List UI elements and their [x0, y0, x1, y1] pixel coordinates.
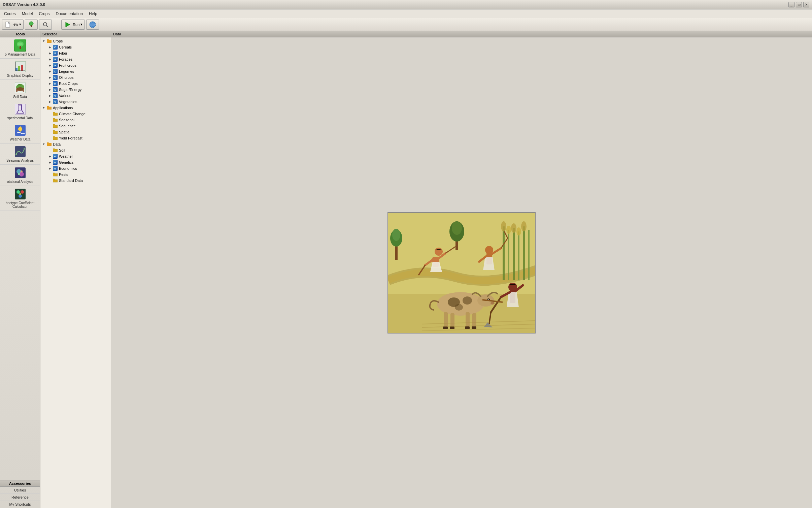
run-button[interactable]: Run ▾	[61, 20, 85, 30]
utilities-item[interactable]: Utilities	[0, 487, 40, 494]
tree-yield-forecast[interactable]: ▶ Yield Forecast	[40, 135, 111, 141]
crops-toggle[interactable]: ▼	[41, 38, 46, 44]
tree-genetics[interactable]: ▶ G Genetics	[40, 159, 111, 165]
menu-codes[interactable]: Codes	[1, 11, 19, 17]
svg-point-85	[490, 302, 495, 305]
new-button[interactable]: ew ▾	[2, 20, 24, 30]
tree-cereals[interactable]: ▶ C Cereals	[40, 44, 111, 50]
tree-applications[interactable]: ▼ Applications	[40, 105, 111, 111]
globe-button[interactable]	[86, 20, 99, 30]
graphical-display-tool[interactable]: Graphical Display	[0, 59, 40, 80]
tree-pests[interactable]: ▶ Pests	[40, 171, 111, 178]
various-toggle[interactable]: ▶	[47, 93, 53, 98]
tree-seasonal[interactable]: ▶ Seasonal	[40, 117, 111, 123]
oil-crops-toggle[interactable]: ▶	[47, 75, 53, 80]
tree-fruit-crops[interactable]: ▶ F Fruit crops	[40, 62, 111, 68]
tree-oil-crops[interactable]: ▶ O Oil crops	[40, 74, 111, 81]
svg-point-45	[19, 193, 21, 195]
yield-forecast-icon	[53, 135, 58, 141]
title-bar: DSSAT Version 4.8.0.0 _ ▭ ✕	[0, 0, 812, 9]
forages-toggle[interactable]: ▶	[47, 57, 53, 62]
menu-crops[interactable]: Crops	[36, 11, 52, 17]
weather-toggle[interactable]: ▶	[47, 154, 53, 159]
pests-label: Pests	[59, 172, 68, 177]
weather-data-tool[interactable]: Weather Data	[0, 122, 40, 144]
data-label: Data	[53, 142, 61, 146]
sugar-energy-label: Sugar/Energy	[59, 88, 81, 92]
tree-data[interactable]: ▼ Data	[40, 141, 111, 147]
seasonal-analysis-tool[interactable]: Seasonal Analysis	[0, 144, 40, 165]
sugar-energy-icon: S	[53, 87, 58, 92]
tree-climate-change[interactable]: ▶ Climate Change	[40, 111, 111, 117]
climate-change-icon	[53, 111, 58, 117]
seasonal-analysis-icon	[14, 146, 26, 158]
data-toggle[interactable]: ▼	[41, 141, 46, 147]
tree-root-crops[interactable]: ▶ R Root Crops	[40, 81, 111, 87]
tree-vegetables[interactable]: ▶ V Vegetables	[40, 99, 111, 105]
graphical-display-icon	[14, 61, 26, 73]
my-shortcuts-item[interactable]: My Shortcuts	[0, 501, 40, 508]
root-crops-toggle[interactable]: ▶	[47, 81, 53, 86]
svg-rect-92	[465, 326, 470, 329]
run-dropdown-icon: ▾	[80, 22, 82, 27]
tools-button[interactable]	[25, 20, 38, 30]
search-button[interactable]	[39, 20, 52, 30]
new-label: ew ▾	[13, 22, 21, 27]
svg-rect-55	[508, 230, 509, 280]
svg-point-39	[18, 173, 20, 175]
minimize-button[interactable]: _	[788, 2, 794, 7]
crop-management-tool[interactable]: o Management Data	[0, 37, 40, 59]
soil-data-label: Soil Data	[13, 95, 27, 99]
cereals-toggle[interactable]: ▶	[47, 44, 53, 50]
tree-crops[interactable]: ▼ Crops	[40, 38, 111, 44]
tree-legumes[interactable]: ▶ L Legumes	[40, 68, 111, 74]
applications-label: Applications	[53, 106, 73, 110]
toolbar: ew ▾ Run ▾	[0, 18, 812, 31]
run-icon	[64, 21, 72, 29]
svg-point-43	[21, 190, 24, 194]
vegetables-toggle[interactable]: ▶	[47, 99, 53, 104]
svg-marker-9	[66, 22, 70, 27]
tree-standard-data[interactable]: ▶ Standard Data	[40, 178, 111, 184]
tree-spatial[interactable]: ▶ Spatial	[40, 129, 111, 135]
soil-data-tool[interactable]: Soil Data	[0, 80, 40, 101]
sugar-energy-toggle[interactable]: ▶	[47, 87, 53, 92]
tools-header: Tools	[0, 31, 40, 37]
menu-help[interactable]: Help	[86, 11, 100, 17]
fiber-toggle[interactable]: ▶	[47, 51, 53, 56]
tree-various[interactable]: ▶ V Various	[40, 93, 111, 99]
weather-label: Weather	[59, 154, 73, 158]
svg-line-8	[46, 26, 48, 27]
restore-button[interactable]: ▭	[796, 2, 802, 7]
fruit-crops-toggle[interactable]: ▶	[47, 63, 53, 68]
genetics-toggle[interactable]: ▶	[47, 160, 53, 165]
experimental-data-tool[interactable]: xperimental Data	[0, 101, 40, 122]
applications-toggle[interactable]: ▼	[41, 105, 46, 110]
tree-economics[interactable]: ▶ E Economics	[40, 165, 111, 171]
genotype-calculator-tool[interactable]: hnotype Coefficient Calculator	[0, 186, 40, 211]
close-button[interactable]: ✕	[803, 2, 809, 7]
svg-rect-86	[444, 312, 448, 327]
graphical-display-label: Graphical Display	[7, 74, 33, 77]
tree-forages[interactable]: ▶ F Forages	[40, 56, 111, 62]
reference-item[interactable]: Reference	[0, 494, 40, 501]
tools-panel: Tools o Management Data	[0, 31, 40, 508]
tree-sugar-energy[interactable]: ▶ S Sugar/Energy	[40, 87, 111, 93]
tree-sequence[interactable]: ▶ Sequence	[40, 123, 111, 129]
economics-toggle[interactable]: ▶	[47, 166, 53, 171]
globe-icon	[89, 21, 97, 29]
seasonal-label: Seasonal	[59, 118, 74, 122]
sequence-label: Sequence	[59, 124, 76, 128]
tree-soil[interactable]: ▶ Soil	[40, 147, 111, 153]
svg-point-64	[521, 221, 527, 231]
tree-weather[interactable]: ▶ W Weather	[40, 153, 111, 159]
experimental-data-icon	[14, 103, 26, 115]
rotational-analysis-tool[interactable]: otational Analysis	[0, 165, 40, 186]
fiber-label: Fiber	[59, 51, 67, 55]
menu-model[interactable]: Model	[19, 11, 36, 17]
tree-fiber[interactable]: ▶ F Fiber	[40, 50, 111, 56]
menu-documentation[interactable]: Documentation	[53, 11, 86, 17]
legumes-toggle[interactable]: ▶	[47, 69, 53, 74]
svg-point-60	[501, 221, 506, 231]
farming-illustration	[387, 212, 536, 334]
